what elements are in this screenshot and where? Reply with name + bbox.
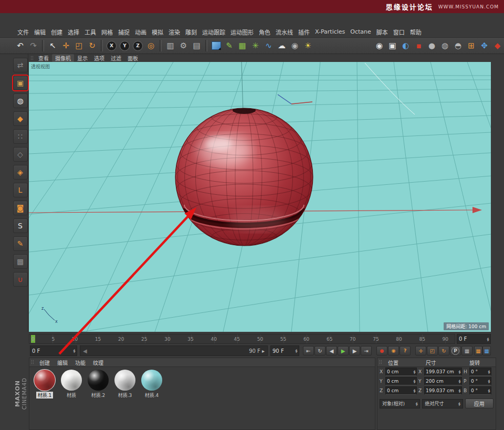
move-tool-icon[interactable]: ✛ — [59, 39, 72, 53]
position-y-field[interactable]: 0 cm▲▼ — [385, 377, 417, 385]
menu-window[interactable]: 窗口 — [391, 27, 407, 37]
range-start-spinner[interactable]: ▲▼ — [73, 349, 75, 353]
menu-motion-tracker[interactable]: 运动跟踪 — [200, 27, 228, 37]
timeline-ruler[interactable]: 0 5 10 15 20 25 30 35 40 45 50 55 60 65 … — [29, 334, 455, 344]
menu-mesh[interactable]: 网格 — [99, 27, 116, 37]
material-item[interactable]: 材质.3 — [113, 370, 137, 398]
menu-script[interactable]: 脚本 — [374, 27, 391, 37]
previous-frame-button[interactable]: ◀ — [326, 346, 337, 355]
workplane-toggle-icon[interactable]: ◆ — [491, 39, 504, 53]
add-mograph-icon[interactable]: ✳ — [249, 39, 262, 53]
axis-toggle-icon[interactable]: ⊞ — [465, 39, 478, 53]
current-frame-field[interactable]: 0 F ▲▼ — [457, 334, 491, 344]
viewport-menu-view[interactable]: 查看 — [35, 54, 52, 62]
display-quick-shading-icon[interactable]: ▣ — [386, 39, 399, 53]
material-item[interactable]: 材质 — [59, 370, 83, 398]
viewport-menu-panel[interactable]: 面板 — [124, 54, 141, 62]
undo-icon[interactable]: ↶ — [14, 39, 27, 53]
menu-tools[interactable]: 工具 — [82, 27, 99, 37]
panel-grip[interactable] — [30, 56, 34, 60]
enable-axis-icon[interactable]: L — [13, 183, 28, 197]
position-z-field[interactable]: 0 cm▲▼ — [385, 386, 417, 395]
texture-mode-icon[interactable]: ◍ — [13, 93, 28, 108]
next-frame-button[interactable]: ▶ — [349, 346, 360, 355]
range-end-spinner[interactable]: ▲▼ — [295, 349, 297, 353]
material-menu-texture[interactable]: 纹理 — [89, 359, 107, 366]
enable-snap-icon[interactable]: S — [13, 218, 28, 233]
material-item[interactable]: 材质.2 — [86, 370, 110, 398]
record-point-level-button[interactable]: ▦ — [461, 346, 472, 355]
workplane-mode-icon[interactable]: ◆ — [13, 111, 28, 126]
texture-paint-icon[interactable]: ▩ — [13, 254, 28, 269]
edges-mode-icon[interactable]: ◇ — [13, 147, 28, 162]
polygons-mode-icon[interactable]: ◈ — [13, 165, 28, 180]
size-z-field[interactable]: 199.037 cm▲▼ — [424, 386, 462, 395]
material-item[interactable]: 材质.1 — [33, 370, 57, 398]
menu-character[interactable]: 角色 — [256, 27, 273, 37]
magnet-tool-icon[interactable]: ∪ — [13, 272, 28, 287]
material-menu-create[interactable]: 创建 — [36, 359, 54, 366]
projection-mode-icon[interactable]: ◓ — [452, 39, 465, 53]
panel-grip[interactable] — [379, 360, 382, 365]
menu-simulate[interactable]: 模拟 — [149, 27, 166, 37]
paint-tool-icon[interactable]: ✎ — [13, 236, 28, 251]
menu-pipeline[interactable]: 流水线 — [273, 27, 296, 37]
record-keyframe-button[interactable]: ● — [376, 346, 387, 355]
solo-layer-b-button[interactable]: ▦ — [482, 346, 491, 355]
points-mode-icon[interactable]: ∷ — [13, 129, 28, 144]
menu-plugins[interactable]: 插件 — [296, 27, 312, 37]
size-mode-dropdown[interactable]: 绝对尺寸▲▼ — [422, 399, 463, 408]
menu-mograph[interactable]: 运动图形 — [228, 27, 256, 37]
play-button[interactable]: ▶ — [338, 346, 349, 355]
render-view-icon[interactable]: ▥ — [164, 39, 177, 53]
record-parameter-button[interactable]: P — [450, 346, 461, 355]
render-settings-icon[interactable]: ⚙ — [177, 39, 190, 53]
menu-snap[interactable]: 捕捉 — [116, 27, 132, 37]
viewport-menu-options[interactable]: 选项 — [91, 54, 108, 62]
menu-file[interactable]: 文件 — [15, 27, 32, 37]
sphere-object[interactable] — [175, 107, 313, 247]
solo-layer-a-button[interactable]: ▦ — [474, 346, 482, 355]
coordinate-system-icon[interactable]: ◎ — [144, 39, 158, 53]
record-scale-button[interactable]: ◰ — [427, 346, 438, 355]
material-item[interactable]: 材质.4 — [140, 370, 164, 398]
render-queue-icon[interactable]: ▤ — [190, 39, 203, 53]
add-spline-icon[interactable]: ✎ — [223, 39, 236, 53]
lock-z-axis-icon[interactable]: Z — [131, 39, 144, 53]
record-rotation-button[interactable]: ↻ — [438, 346, 449, 355]
add-light-icon[interactable]: ☀ — [301, 39, 314, 53]
keyframe-selection-button[interactable]: ? — [400, 346, 411, 355]
live-selection-icon[interactable]: ↖ — [46, 39, 59, 53]
material-menu-function[interactable]: 功能 — [71, 359, 89, 366]
menu-render[interactable]: 渲染 — [166, 27, 183, 37]
record-position-button[interactable]: ✛ — [415, 346, 426, 355]
menu-xparticles[interactable]: X-Particles — [312, 27, 348, 36]
redo-icon[interactable]: ↷ — [27, 39, 40, 53]
range-start-field[interactable]: 0 F ▲▼ — [30, 345, 77, 356]
menu-edit[interactable]: 编辑 — [32, 27, 48, 37]
menu-select[interactable]: 选择 — [65, 27, 82, 37]
add-cube-icon[interactable] — [209, 39, 223, 53]
perspective-viewport[interactable]: 透视视图 网格间距: 100 cm z x — [29, 62, 491, 332]
autokeying-button[interactable]: ◉ — [388, 346, 399, 355]
lock-axis-icon[interactable]: ◙ — [13, 201, 28, 215]
rotation-h-field[interactable]: 0 °▲▼ — [469, 368, 491, 376]
model-mode-icon[interactable]: ▣ — [13, 76, 28, 90]
play-loop-button[interactable]: ↻ — [314, 346, 326, 355]
lock-y-axis-icon[interactable]: Y — [118, 39, 131, 53]
goto-end-button[interactable]: ⇥ — [361, 346, 372, 355]
viewport-menu-display[interactable]: 显示 — [74, 54, 91, 62]
add-camera-icon[interactable]: ◉ — [288, 39, 301, 53]
stereo-view-icon[interactable]: ◍ — [438, 39, 452, 53]
scale-tool-icon[interactable]: ◰ — [72, 39, 86, 53]
position-x-field[interactable]: 0 cm▲▼ — [385, 368, 417, 376]
menu-octane[interactable]: Octane — [348, 27, 374, 36]
display-options-icon[interactable]: ◐ — [399, 39, 412, 53]
menu-create[interactable]: 创建 — [48, 27, 65, 37]
lock-x-axis-icon[interactable]: X — [105, 39, 118, 53]
frame-spinner[interactable]: ▲▼ — [487, 337, 489, 341]
rotation-b-field[interactable]: 0 °▲▼ — [469, 386, 491, 395]
material-menu-edit[interactable]: 编辑 — [54, 359, 71, 366]
add-deformer-icon[interactable]: ∿ — [262, 39, 275, 53]
preview-range-slider[interactable]: ◀ 90 F ▸ — [80, 345, 268, 356]
